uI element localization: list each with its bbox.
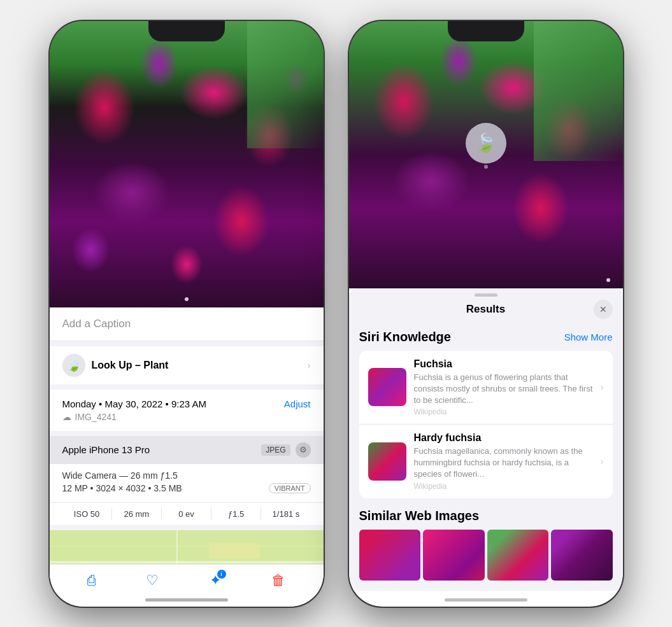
siri-leaf-icon: 🍃: [475, 132, 497, 153]
siri-lookup-bubble[interactable]: 🍃: [466, 123, 506, 164]
chevron-right-icon: ›: [308, 360, 311, 370]
similar-images-grid: [359, 530, 613, 581]
close-button[interactable]: ✕: [594, 300, 613, 319]
photo-display: [50, 21, 324, 307]
caption-area[interactable]: Add a Caption: [50, 307, 324, 341]
svg-rect-6: [209, 543, 260, 559]
home-indicator: [145, 598, 228, 602]
siri-knowledge-header: Siri Knowledge Show More: [359, 330, 613, 344]
camera-detail-text: Wide Camera — 26 mm ƒ1.5: [62, 470, 178, 481]
similar-image-3[interactable]: [487, 530, 549, 581]
left-phone: Add a Caption 🍃 Look Up – Plant › Monday…: [50, 21, 324, 607]
share-button[interactable]: ⎙: [87, 572, 96, 589]
favorite-button[interactable]: ♡: [146, 572, 159, 589]
device-detail: Wide Camera — 26 mm ƒ1.5 12 MP • 3024 × …: [50, 464, 324, 502]
siri-dot: [484, 165, 488, 169]
fuchsia-thumbnail: [368, 368, 406, 406]
siri-knowledge-title: Siri Knowledge: [359, 330, 451, 344]
exif-ev: 0 ev: [162, 508, 211, 520]
hardy-thumbnail: [368, 442, 406, 481]
caption-placeholder[interactable]: Add a Caption: [62, 318, 131, 330]
info-badge: i: [217, 570, 226, 579]
device-section: Apple iPhone 13 Pro JPEG ⚙ Wide Camera —…: [50, 436, 324, 525]
page-indicator: [185, 297, 189, 301]
adjust-button[interactable]: Adjust: [284, 398, 311, 409]
hardy-name: Hardy fuchsia: [414, 432, 593, 444]
leaf-icon: 🍃: [67, 358, 81, 372]
right-green-overlay: [534, 21, 623, 161]
similar-image-1[interactable]: [359, 530, 421, 581]
info-badge-label: i: [220, 571, 222, 577]
info-area: Add a Caption 🍃 Look Up – Plant › Monday…: [50, 307, 324, 594]
knowledge-item-hardy[interactable]: Hardy fuchsia Fuchsia magellanica, commo…: [359, 425, 613, 498]
info-button-wrapper: ✦ i: [210, 572, 221, 589]
green-leaves-overlay: [247, 21, 324, 148]
hardy-chevron-icon: ›: [601, 456, 604, 467]
delete-button[interactable]: 🗑: [271, 572, 285, 589]
similar-section-title: Similar Web Images: [359, 509, 613, 523]
show-more-button[interactable]: Show More: [564, 332, 613, 342]
hardy-thumb-image: [368, 442, 406, 481]
exif-shutter: 1/181 s: [261, 508, 310, 520]
gear-icon[interactable]: ⚙: [296, 442, 311, 458]
hardy-text: Hardy fuchsia Fuchsia magellanica, commo…: [414, 432, 593, 491]
mp-detail-line: 12 MP • 3024 × 4032 • 3.5 MB VIBRANT: [62, 483, 311, 493]
right-dot-1: [606, 278, 610, 282]
fuchsia-description: Fuchsia is a genus of flowering plants t…: [414, 372, 593, 407]
exif-iso: ISO 50: [62, 508, 112, 520]
fuchsia-source: Wikipedia: [414, 407, 593, 416]
sheet-title: Results: [466, 303, 505, 316]
sheet-content[interactable]: Siri Knowledge Show More Fuchsia Fuchsia…: [349, 322, 623, 591]
fuchsia-name: Fuchsia: [414, 358, 593, 370]
meta-section: Monday • May 30, 2022 • 9:23 AM Adjust ☁…: [50, 390, 324, 431]
fuchsia-chevron-icon: ›: [601, 382, 604, 392]
device-name: Apple iPhone 13 Pro: [62, 444, 150, 455]
jpeg-badge: JPEG: [261, 444, 290, 456]
exif-aperture: ƒ1.5: [211, 508, 261, 520]
fuchsia-thumb-image: [368, 368, 406, 406]
sheet-handle: [475, 293, 497, 297]
right-phone-screen: 🍃 Results ✕ Siri Knowledge Show More: [349, 21, 623, 607]
dot-1: [185, 297, 189, 301]
meta-filename: IMG_4241: [75, 412, 117, 422]
hardy-source: Wikipedia: [414, 482, 593, 491]
exif-row: ISO 50 26 mm 0 ev ƒ1.5 1/181 s: [50, 502, 324, 525]
lookup-row[interactable]: 🍃 Look Up – Plant ›: [50, 346, 324, 384]
hardy-description: Fuchsia magellanica, commonly known as t…: [414, 446, 593, 481]
lookup-bold: Look Up –: [92, 360, 144, 370]
filename-row: ☁ IMG_4241: [62, 412, 311, 422]
meta-row: Monday • May 30, 2022 • 9:23 AM Adjust: [62, 398, 311, 409]
meta-date: Monday • May 30, 2022 • 9:23 AM: [62, 398, 206, 409]
cloud-icon: ☁: [62, 412, 71, 422]
right-phone: 🍃 Results ✕ Siri Knowledge Show More: [349, 21, 623, 607]
right-home-indicator: [445, 598, 527, 602]
fuchsia-text: Fuchsia Fuchsia is a genus of flowering …: [414, 358, 593, 417]
device-badges: JPEG ⚙: [261, 442, 310, 458]
right-page-indicator: [606, 278, 610, 282]
lookup-subject: Plant: [143, 360, 168, 370]
similar-image-4[interactable]: [551, 530, 613, 581]
knowledge-card: Fuchsia Fuchsia is a genus of flowering …: [359, 351, 613, 498]
sheet-header: Results ✕: [349, 299, 623, 322]
camera-detail-line: Wide Camera — 26 mm ƒ1.5: [62, 470, 311, 481]
lookup-icon-circle: 🍃: [62, 354, 85, 377]
results-sheet: Results ✕ Siri Knowledge Show More: [349, 288, 623, 591]
right-photo-display: 🍃: [349, 21, 623, 288]
mp-detail-text: 12 MP • 3024 × 4032 • 3.5 MB: [62, 483, 182, 493]
device-header: Apple iPhone 13 Pro JPEG ⚙: [50, 436, 324, 464]
lookup-label: Look Up – Plant: [92, 360, 301, 371]
knowledge-item-fuchsia[interactable]: Fuchsia Fuchsia is a genus of flowering …: [359, 351, 613, 425]
similar-image-2[interactable]: [423, 530, 485, 581]
vibrant-badge: VIBRANT: [269, 483, 311, 493]
exif-mm: 26 mm: [112, 508, 162, 520]
left-phone-screen: Add a Caption 🍃 Look Up – Plant › Monday…: [50, 21, 324, 607]
